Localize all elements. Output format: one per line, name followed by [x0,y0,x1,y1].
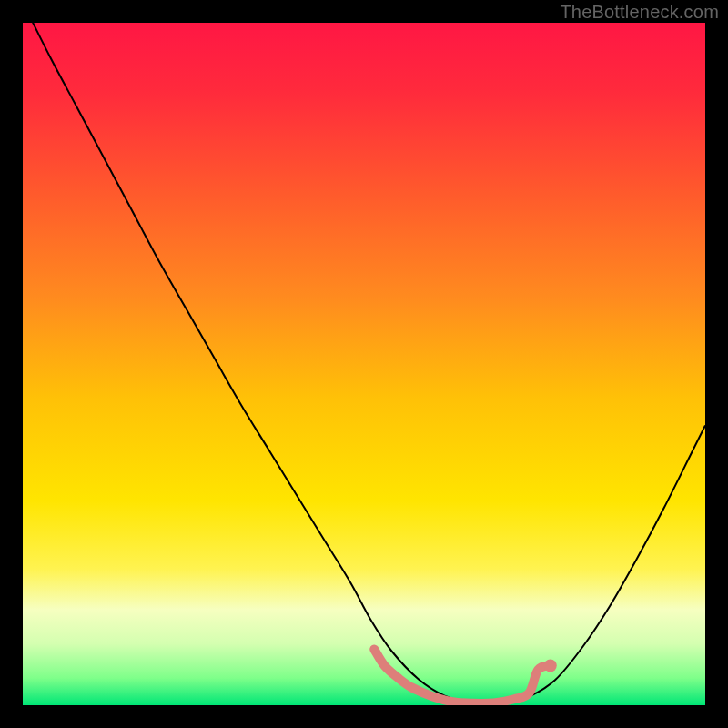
frame-border [705,0,728,728]
watermark-text: TheBottleneck.com [560,2,719,23]
optimal-point-dot [544,660,557,672]
frame-border [0,0,23,728]
chart-frame: TheBottleneck.com [0,0,728,728]
gradient-background [23,23,705,705]
bottleneck-chart [0,0,728,728]
frame-border [0,705,728,728]
